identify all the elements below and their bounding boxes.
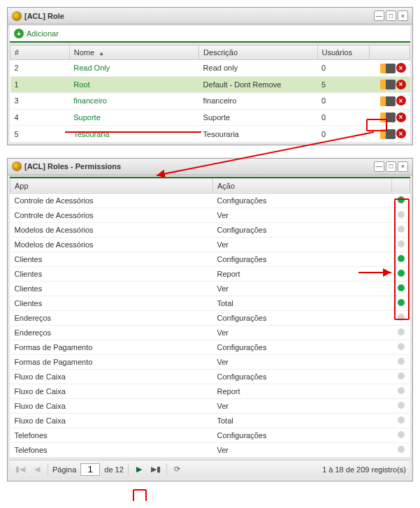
pager-last-button[interactable]: ▶▮ — [150, 463, 162, 476]
table-row[interactable]: 4SuporteSuporte0× — [10, 109, 410, 126]
delete-icon[interactable]: × — [396, 80, 406, 89]
status-dot-icon[interactable] — [398, 372, 405, 379]
status-dot-icon[interactable] — [398, 431, 405, 438]
status-dot-icon[interactable] — [398, 387, 405, 394]
delete-icon[interactable]: × — [396, 63, 406, 73]
permissions-icon[interactable] — [380, 113, 396, 122]
status-dot-icon[interactable] — [398, 255, 405, 262]
status-dot-icon[interactable] — [398, 328, 405, 335]
status-dot-icon[interactable] — [398, 314, 405, 321]
cell-desc: Suporte — [199, 109, 317, 126]
cell-acao: Ver — [213, 354, 392, 369]
maximize-button[interactable]: □ — [386, 161, 396, 172]
table-row[interactable]: EndereçosConfigurações — [10, 310, 410, 325]
add-button[interactable]: + Adicionar — [14, 29, 59, 38]
status-dot-icon[interactable] — [398, 211, 405, 218]
table-row[interactable]: EndereçosVer — [10, 325, 410, 340]
cell-app: Endereços — [10, 325, 213, 340]
table-row[interactable]: Modelos de AcessóriosVer — [10, 237, 410, 252]
pager-first-button[interactable]: ▮◀ — [14, 463, 27, 476]
table-row[interactable]: Formas de PagamentoVer — [10, 354, 410, 369]
cell-app: Fluxo de Caixa — [10, 384, 213, 398]
permissions-icon[interactable] — [380, 96, 396, 106]
delete-icon[interactable]: × — [396, 129, 406, 138]
table-row[interactable]: TelefonesVer — [10, 442, 410, 457]
table-row[interactable]: 5TesourariaTesouraria0× — [10, 126, 410, 143]
add-label: Adicionar — [27, 29, 59, 38]
cell-app: Fluxo de Caixa — [10, 369, 213, 384]
table-row[interactable]: ClientesVer — [10, 281, 410, 296]
minimize-button[interactable]: — — [374, 161, 384, 172]
cell-desc: financeiro — [199, 93, 317, 110]
cell-id: 4 — [10, 109, 70, 126]
role-table: # Nome ▲ Descrição Usuários 2Read OnlyRe… — [10, 45, 410, 143]
close-button[interactable]: × — [398, 161, 408, 172]
cell-nome[interactable]: Suporte — [69, 109, 198, 126]
cell-nome[interactable]: Tesouraria — [69, 126, 198, 143]
table-row[interactable]: Controle de AcessóriosVer — [10, 208, 410, 222]
status-dot-icon[interactable] — [398, 446, 405, 453]
table-row[interactable]: Controle de AcessóriosConfigurações — [10, 193, 410, 208]
perm-panel-header[interactable]: [ACL] Roles - Permissions — □ × — [8, 159, 412, 175]
cell-id: 3 — [10, 93, 70, 110]
delete-icon[interactable]: × — [396, 96, 406, 106]
delete-icon[interactable]: × — [396, 113, 406, 122]
app-icon — [12, 161, 22, 171]
table-row[interactable]: TelefonesConfigurações — [10, 428, 410, 442]
cell-acao: Ver — [213, 281, 392, 296]
cell-app: Clientes — [10, 266, 213, 281]
pager-prev-button[interactable]: ◀ — [31, 463, 43, 476]
table-row[interactable]: ClientesReport — [10, 266, 410, 281]
status-dot-icon[interactable] — [398, 343, 405, 350]
permissions-icon[interactable] — [380, 80, 396, 89]
table-row[interactable]: 3financeirofinanceiro0× — [10, 93, 410, 110]
pager-next-button[interactable]: ▶ — [133, 463, 145, 476]
cell-id: 5 — [10, 126, 70, 143]
cell-app: Modelos de Acessórios — [10, 237, 213, 252]
col-id-header[interactable]: # — [10, 45, 70, 60]
table-row[interactable]: Fluxo de CaixaTotal — [10, 413, 410, 428]
table-row[interactable]: Formas de PagamentoConfigurações — [10, 340, 410, 354]
permissions-icon[interactable] — [380, 64, 396, 73]
cell-acao: Ver — [213, 208, 392, 222]
table-row[interactable]: Fluxo de CaixaConfigurações — [10, 369, 410, 384]
perm-panel-title: [ACL] Roles - Permissions — [24, 162, 121, 170]
status-dot-icon[interactable] — [398, 416, 405, 423]
cell-app: Modelos de Acessórios — [10, 222, 213, 237]
status-dot-icon[interactable] — [398, 226, 405, 233]
table-row[interactable]: Fluxo de CaixaReport — [10, 384, 410, 398]
pager-page-input[interactable] — [80, 463, 100, 476]
maximize-button[interactable]: □ — [386, 10, 396, 21]
col-users-header[interactable]: Usuários — [317, 45, 369, 60]
status-dot-icon[interactable] — [398, 270, 405, 277]
annotation-box-next-page — [133, 489, 147, 501]
cell-nome[interactable]: Root — [69, 76, 198, 93]
col-nome-header[interactable]: Nome ▲ — [69, 45, 198, 60]
status-dot-icon[interactable] — [398, 240, 405, 247]
col-acao-header[interactable]: Ação — [213, 178, 392, 193]
cell-app: Clientes — [10, 252, 213, 266]
pager-refresh-button[interactable]: ⟳ — [171, 463, 184, 476]
cell-acao: Ver — [213, 442, 392, 457]
cell-acao: Configurações — [213, 193, 392, 208]
close-button[interactable]: × — [398, 10, 408, 21]
permissions-icon[interactable] — [380, 129, 396, 139]
col-desc-header[interactable]: Descrição — [199, 45, 317, 60]
table-row[interactable]: ClientesConfigurações — [10, 252, 410, 266]
col-app-header[interactable]: App — [10, 178, 213, 193]
status-dot-icon[interactable] — [398, 284, 405, 291]
status-dot-icon[interactable] — [398, 299, 405, 306]
cell-nome[interactable]: financeiro — [69, 93, 198, 110]
table-row[interactable]: 1RootDefault - Dont Remove5× — [10, 76, 410, 93]
status-dot-icon[interactable] — [398, 358, 405, 365]
table-row[interactable]: Fluxo de CaixaVer — [10, 398, 410, 413]
status-dot-icon[interactable] — [398, 402, 405, 409]
minimize-button[interactable]: — — [374, 10, 384, 21]
cell-acao: Report — [213, 266, 392, 281]
cell-nome[interactable]: Read Only — [69, 60, 198, 77]
table-row[interactable]: Modelos de AcessóriosConfigurações — [10, 222, 410, 237]
table-row[interactable]: 2Read OnlyRead only0× — [10, 60, 410, 77]
role-panel-header[interactable]: [ACL] Role — □ × — [8, 8, 412, 24]
status-dot-icon[interactable] — [398, 196, 405, 203]
table-row[interactable]: ClientesTotal — [10, 296, 410, 310]
